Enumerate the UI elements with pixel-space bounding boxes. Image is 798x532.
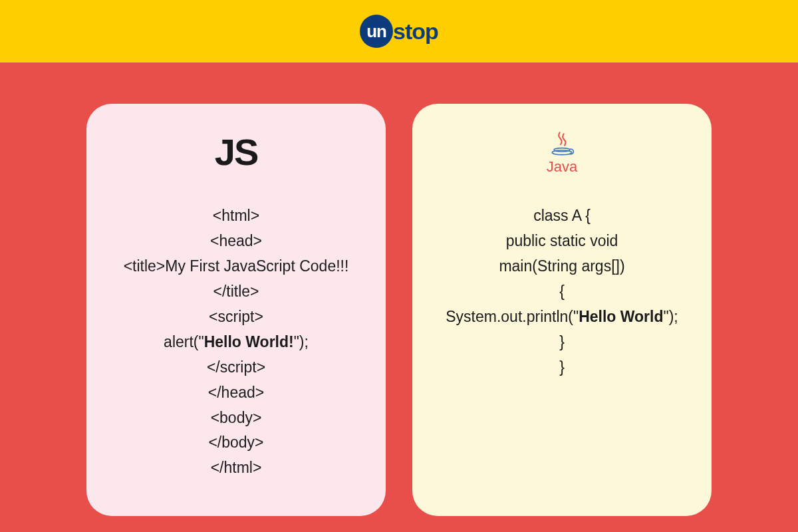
code-line: <head> [103, 229, 369, 254]
code-line: main(String args[]) [429, 254, 695, 279]
java-card-header: Java [429, 130, 695, 203]
code-line: { [429, 279, 695, 305]
code-line: } [429, 355, 695, 380]
js-card-header: JS [103, 130, 369, 203]
code-line: </body> [103, 430, 369, 456]
code-line: System.out.println("Hello World"); [429, 305, 695, 330]
code-line: <title>My First JavaScript Code!!!</titl… [103, 254, 369, 305]
svg-point-1 [552, 150, 571, 155]
code-line: <html> [103, 203, 369, 229]
code-line: <body> [103, 406, 369, 431]
code-line: class A { [429, 203, 695, 229]
js-code-block: <html> <head> <title>My First JavaScript… [103, 203, 369, 481]
java-steam-icon [549, 130, 575, 157]
main-content: JS <html> <head> <title>My First JavaScr… [0, 63, 798, 532]
header-bar: un stop [0, 0, 798, 63]
code-text: "); [664, 308, 678, 325]
java-logo-text: Java [547, 158, 577, 176]
code-line: </html> [103, 456, 369, 481]
code-line: </head> [103, 380, 369, 406]
code-text: alert(" [164, 333, 204, 350]
logo-circle-icon: un [360, 15, 393, 48]
java-logo: Java [547, 130, 577, 176]
code-bold: Hello World [579, 308, 663, 325]
code-line: } [429, 330, 695, 355]
code-line: alert("Hello World!"); [103, 330, 369, 355]
js-logo-text: JS [215, 130, 258, 174]
brand-logo: un stop [360, 15, 438, 48]
logo-text-stop: stop [393, 19, 438, 45]
code-text: System.out.println(" [446, 308, 579, 325]
java-card: Java class A { public static void main(S… [412, 104, 712, 516]
code-line: <script> [103, 305, 369, 330]
code-bold: Hello World! [204, 333, 294, 350]
java-code-block: class A { public static void main(String… [429, 203, 695, 380]
logo-text-un: un [366, 21, 386, 42]
code-text: "); [294, 333, 309, 350]
code-line: </script> [103, 355, 369, 380]
code-line: public static void [429, 229, 695, 254]
js-card: JS <html> <head> <title>My First JavaScr… [86, 104, 386, 516]
